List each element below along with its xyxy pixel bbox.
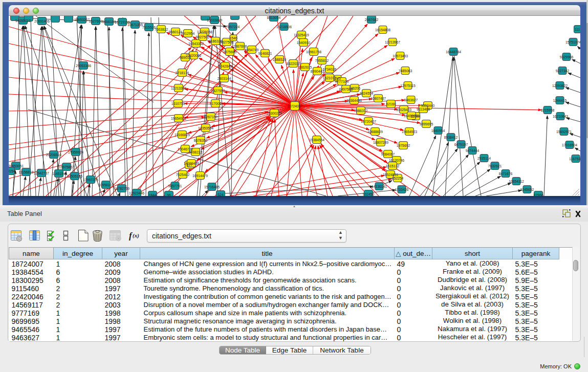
svg-text:10671355: 10671355 [127, 23, 143, 27]
svg-text:20206516: 20206516 [46, 153, 61, 157]
svg-text:19166825: 19166825 [175, 133, 190, 137]
svg-text:10654112: 10654112 [509, 180, 524, 183]
svg-text:14055712: 14055712 [15, 19, 31, 23]
svg-text:9660124: 9660124 [169, 30, 183, 34]
svg-text:7986372: 7986372 [354, 109, 368, 113]
svg-text:1546: 1546 [229, 36, 237, 40]
svg-text:1540910: 1540910 [297, 41, 311, 45]
svg-text:18724007: 18724007 [287, 104, 302, 108]
svg-text:10958107: 10958107 [98, 183, 114, 187]
svg-text:2718176: 2718176 [176, 71, 189, 75]
svg-text:6734028: 6734028 [323, 68, 337, 71]
svg-text:17359924: 17359924 [68, 150, 83, 154]
svg-text:(x): (x) [133, 232, 139, 239]
svg-text:9146821: 9146821 [258, 52, 272, 55]
svg-text:9777109: 9777109 [335, 80, 349, 83]
svg-text:62160: 62160 [386, 102, 396, 106]
svg-text:1244415: 1244415 [553, 99, 567, 102]
svg-text:1362615: 1362615 [298, 65, 312, 69]
svg-text:7625402: 7625402 [176, 173, 190, 177]
svg-text:9474444: 9474444 [466, 149, 480, 152]
svg-text:9113468: 9113468 [417, 107, 430, 111]
svg-text:9463627: 9463627 [404, 98, 418, 102]
svg-text:20653051: 20653051 [9, 164, 24, 168]
svg-text:3498222: 3498222 [189, 150, 203, 154]
svg-text:9227342: 9227342 [556, 69, 570, 73]
svg-text:1145194: 1145194 [52, 172, 66, 176]
svg-text:18524851: 18524851 [383, 173, 398, 177]
svg-text:12923446: 12923446 [129, 191, 144, 195]
svg-text:1527602: 1527602 [89, 19, 103, 23]
svg-text:1610755: 1610755 [171, 102, 185, 105]
svg-text:15751074: 15751074 [565, 40, 580, 44]
svg-text:16543362: 16543362 [188, 42, 204, 46]
svg-text:16154808: 16154808 [375, 28, 390, 32]
svg-text:18807249: 18807249 [373, 141, 388, 144]
svg-text:746206: 746206 [349, 86, 361, 90]
svg-text:9827505: 9827505 [196, 35, 210, 39]
svg-text:2803144: 2803144 [217, 77, 231, 80]
svg-text:1167533: 1167533 [569, 157, 580, 161]
svg-text:20691406: 20691406 [34, 19, 50, 23]
svg-text:14099489: 14099489 [184, 162, 199, 165]
svg-text:8427552: 8427552 [211, 89, 225, 93]
svg-text:1975692: 1975692 [397, 144, 410, 147]
svg-text:1640954: 1640954 [431, 129, 445, 133]
svg-text:11325419: 11325419 [294, 33, 309, 37]
svg-text:12505135: 12505135 [67, 174, 82, 178]
svg-text:989014: 989014 [180, 56, 191, 59]
svg-text:9513440: 9513440 [421, 104, 435, 107]
svg-text:9242848: 9242848 [219, 64, 232, 68]
svg-text:8938412: 8938412 [444, 136, 458, 139]
svg-text:3875685: 3875685 [223, 50, 237, 54]
svg-text:8678352: 8678352 [194, 139, 208, 142]
svg-text:8471676: 8471676 [499, 172, 513, 176]
svg-text:16914479: 16914479 [192, 174, 208, 178]
svg-text:15716485: 15716485 [204, 185, 220, 189]
svg-text:15720407: 15720407 [361, 120, 376, 123]
svg-text:14136141: 14136141 [372, 185, 387, 188]
svg-text:29053346: 29053346 [76, 64, 91, 68]
svg-text:16120746: 16120746 [389, 159, 404, 162]
svg-text:10961758: 10961758 [306, 50, 321, 54]
svg-text:20364436: 20364436 [346, 99, 362, 102]
svg-text:8912954: 8912954 [181, 32, 195, 35]
svg-text:12942737: 12942737 [34, 171, 49, 175]
svg-text:10653267: 10653267 [74, 18, 90, 21]
svg-text:2087682: 2087682 [365, 18, 379, 21]
svg-text:16782759: 16782759 [114, 187, 129, 190]
svg-text:1615132: 1615132 [386, 164, 400, 168]
svg-text:10025433: 10025433 [396, 108, 411, 112]
svg-text:10807487: 10807487 [371, 97, 386, 100]
svg-text:9245652: 9245652 [520, 188, 534, 191]
svg-text:8215958: 8215958 [541, 108, 555, 112]
svg-text:12213369: 12213369 [171, 86, 186, 90]
svg-text:8454749: 8454749 [245, 48, 259, 52]
svg-text:12213967: 12213967 [385, 40, 400, 44]
svg-text:8990443: 8990443 [311, 70, 324, 73]
svg-text:7515526: 7515526 [142, 26, 156, 29]
svg-text:12353594: 12353594 [198, 126, 213, 130]
svg-text:19654923: 19654923 [402, 130, 417, 134]
svg-text:9329966: 9329966 [560, 55, 574, 59]
svg-text:1588520: 1588520 [273, 58, 287, 61]
svg-text:16448784: 16448784 [446, 50, 461, 54]
svg-text:39154: 39154 [9, 169, 15, 173]
svg-text:1117: 1117 [575, 28, 580, 31]
svg-text:524: 524 [217, 193, 224, 196]
svg-text:6479197: 6479197 [454, 143, 468, 146]
svg-text:15692971: 15692971 [556, 130, 572, 134]
svg-text:12093822: 12093822 [552, 84, 568, 87]
svg-text:9899695: 9899695 [420, 122, 433, 126]
svg-text:10688609: 10688609 [367, 130, 383, 134]
svg-text:19218506: 19218506 [276, 25, 292, 29]
svg-text:1733426: 1733426 [395, 188, 409, 191]
svg-text:7955812: 7955812 [315, 59, 329, 62]
svg-text:417006: 417006 [210, 102, 222, 105]
svg-text:9827508: 9827508 [220, 40, 234, 44]
svg-text:13226058: 13226058 [197, 30, 212, 34]
svg-text:17957225: 17957225 [83, 178, 98, 182]
svg-text:2935114: 2935114 [477, 157, 491, 160]
svg-text:7857224: 7857224 [226, 25, 240, 29]
svg-text:10973493: 10973493 [393, 54, 408, 58]
